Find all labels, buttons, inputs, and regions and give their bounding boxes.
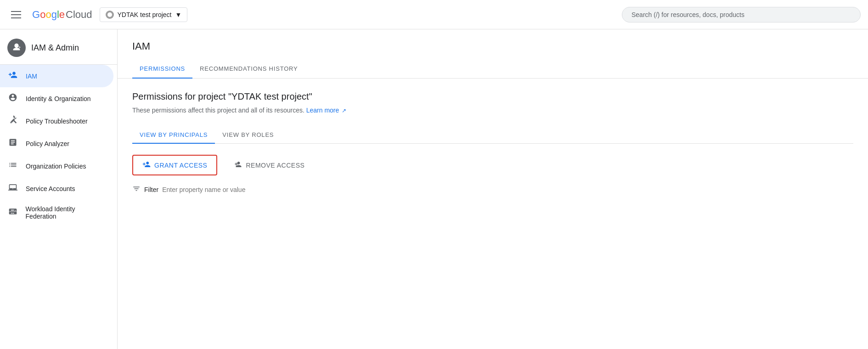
sidebar-item-policy-troubleshooter[interactable]: Policy Troubleshooter bbox=[0, 110, 113, 132]
filter-label: Filter bbox=[144, 186, 158, 193]
person-add-blue-icon bbox=[142, 160, 151, 170]
person-add-icon bbox=[7, 70, 18, 82]
top-navigation: Google Cloud YDTAK test project ▼ Search… bbox=[0, 0, 868, 29]
dropdown-arrow-icon: ▼ bbox=[175, 11, 182, 18]
grant-access-label: GRANT ACCESS bbox=[154, 162, 207, 169]
hamburger-menu-button[interactable] bbox=[7, 7, 25, 22]
sidebar-item-service-accounts[interactable]: Service Accounts bbox=[0, 177, 113, 200]
person-remove-icon bbox=[234, 160, 242, 170]
project-selector[interactable]: YDTAK test project ▼ bbox=[100, 7, 188, 22]
sidebar-header-title: IAM & Admin bbox=[31, 43, 79, 53]
dns-icon bbox=[7, 207, 18, 219]
google-cloud-logo: Google Cloud bbox=[32, 9, 92, 21]
sidebar-item-workload-identity-label: Workload Identity Federation bbox=[26, 205, 106, 220]
permissions-subtext: These permissions affect this project an… bbox=[132, 107, 853, 114]
sub-tab-by-roles[interactable]: VIEW BY ROLES bbox=[215, 127, 281, 144]
filter-bar: Filter bbox=[132, 185, 853, 194]
page-title: IAM bbox=[132, 40, 853, 52]
learn-more-link[interactable]: Learn more ↗ bbox=[306, 107, 346, 114]
project-dot-icon bbox=[106, 11, 114, 19]
main-content: IAM PERMISSIONS RECOMMENDATIONS HISTORY … bbox=[118, 29, 868, 349]
tab-permissions[interactable]: PERMISSIONS bbox=[132, 60, 192, 79]
article-icon bbox=[7, 138, 18, 149]
sidebar-item-identity-org-label: Identity & Organization bbox=[26, 95, 91, 102]
sidebar-item-iam[interactable]: IAM bbox=[0, 65, 113, 87]
sidebar-item-identity-org[interactable]: Identity & Organization bbox=[0, 87, 113, 110]
project-name: YDTAK test project bbox=[118, 11, 172, 18]
tab-recommendations-history[interactable]: RECOMMENDATIONS HISTORY bbox=[192, 60, 305, 79]
sidebar-item-iam-label: IAM bbox=[26, 73, 37, 80]
sidebar-header: IAM & Admin bbox=[0, 29, 117, 65]
sidebar-item-workload-identity[interactable]: Workload Identity Federation bbox=[0, 200, 113, 225]
sidebar-item-policy-analyzer[interactable]: Policy Analyzer bbox=[0, 132, 113, 155]
filter-input[interactable] bbox=[162, 186, 291, 193]
remove-access-label: REMOVE ACCESS bbox=[246, 162, 304, 169]
sidebar-item-org-policies-label: Organization Policies bbox=[26, 163, 86, 170]
sidebar-item-org-policies[interactable]: Organization Policies bbox=[0, 155, 113, 177]
action-buttons: GRANT ACCESS REMOVE ACCESS bbox=[132, 155, 853, 175]
filter-icon bbox=[132, 185, 141, 194]
permissions-content: Permissions for project "YDTAK test proj… bbox=[118, 79, 868, 207]
sub-tabs: VIEW BY PRINCIPALS VIEW BY ROLES bbox=[132, 127, 853, 144]
list-icon bbox=[7, 160, 18, 172]
sidebar: IAM & Admin IAM Identity & Organization … bbox=[0, 29, 118, 349]
sidebar-item-policy-analyzer-label: Policy Analyzer bbox=[26, 140, 69, 147]
permissions-heading: Permissions for project "YDTAK test proj… bbox=[132, 91, 853, 102]
remove-access-button[interactable]: REMOVE ACCESS bbox=[225, 156, 314, 174]
main-tabs: PERMISSIONS RECOMMENDATIONS HISTORY bbox=[118, 60, 868, 79]
iam-admin-icon bbox=[7, 39, 26, 57]
search-placeholder: Search (/) for resources, docs, products bbox=[631, 11, 744, 18]
main-area: IAM & Admin IAM Identity & Organization … bbox=[0, 29, 868, 349]
global-search-bar[interactable]: Search (/) for resources, docs, products bbox=[622, 7, 861, 23]
account-circle-icon bbox=[7, 93, 18, 104]
sub-tab-by-principals[interactable]: VIEW BY PRINCIPALS bbox=[132, 127, 215, 144]
external-link-icon: ↗ bbox=[342, 107, 346, 114]
sidebar-item-policy-troubleshooter-label: Policy Troubleshooter bbox=[26, 118, 88, 125]
grant-access-button[interactable]: GRANT ACCESS bbox=[132, 155, 217, 175]
computer-icon bbox=[7, 183, 18, 194]
sidebar-item-service-accounts-label: Service Accounts bbox=[26, 185, 75, 192]
build-icon bbox=[7, 115, 18, 127]
